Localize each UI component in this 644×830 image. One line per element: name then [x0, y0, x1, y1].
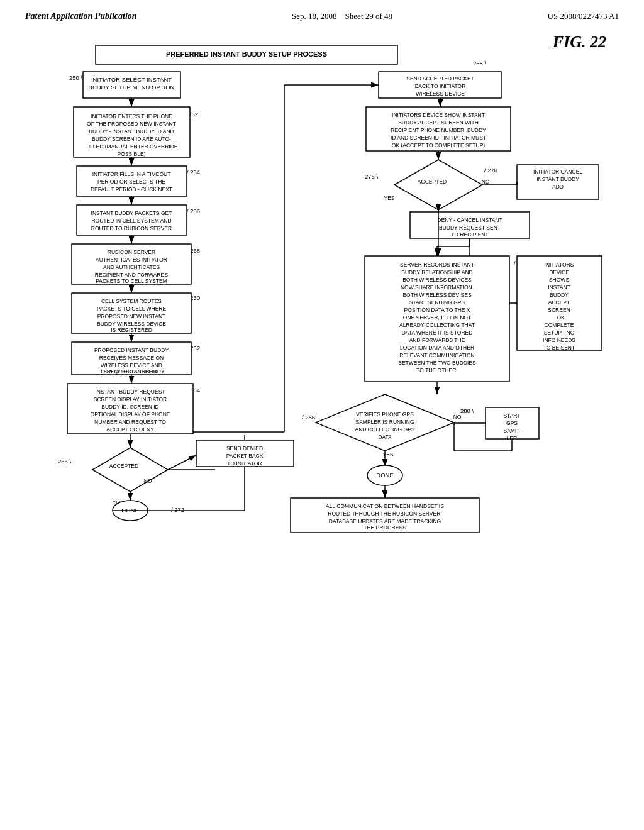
node-278a: INITIATOR CANCEL [533, 169, 582, 175]
node-282i: ALREADY COLLECTING THAT [399, 322, 475, 328]
node-274d: ID AND SCREEN ID - INITIATOR MUST [391, 135, 486, 141]
node-282n: BETWEEN THE TWO BUDDIES [398, 360, 476, 366]
ref-272: / 272 [171, 506, 184, 513]
node-284d: INSTANT [548, 284, 570, 290]
svg-marker-18 [92, 448, 168, 492]
node-final-d: THE PROGRESS [364, 524, 406, 531]
node-284b: DEVICE [549, 269, 569, 275]
node-256b: ROUTED IN CELL SYSTEM AND [91, 218, 171, 224]
node-286d: DATA [378, 434, 392, 440]
node-254a: INITIATOR FILLS IN A TIMEOUT [92, 171, 171, 177]
node-284i: COMPLETE [545, 322, 574, 328]
node-254c: DEFAULT PERIOD - CLICK NEXT [91, 186, 172, 192]
node-274c: RECIPIENT PHONE NUMBER, BUDDY [391, 127, 486, 133]
node-262a: PROPOSED INSTANT BUDDY [94, 347, 169, 353]
node-256a: INSTANT BUDDY PACKETS GET [91, 210, 172, 216]
node-272-done: DONE [121, 507, 138, 514]
node-276-yes: YES [384, 195, 394, 201]
node-258a: RUBICON SERVER [108, 249, 155, 255]
node-282a: SERVER RECORDS INSTANT [400, 262, 474, 268]
ref-268: 268 \ [473, 60, 486, 67]
node-282m: RELEVANT COMMUNICATION [399, 352, 474, 358]
node-282j: DATA WHERE IT IS STORED [402, 329, 473, 336]
node-252f: POSSIBLE) [118, 151, 146, 157]
node-270c: TO INITIATOR [227, 460, 262, 467]
node-266-accepted: ACCEPTED [109, 463, 138, 469]
node-270a: SEND DENIED [226, 445, 263, 451]
node-258e: PACKETS TO CELL SYSTEM [96, 278, 167, 284]
header-date: Sep. 18, 2008 [292, 11, 337, 21]
node-276-no: NO [482, 179, 490, 185]
node-288a: START [503, 412, 520, 419]
node-268c: WIRELESS DEVICE [416, 91, 465, 97]
node-286c: AND COLLECTING GPS [355, 426, 415, 433]
node-final-a: ALL COMMUNICATION BETWEEN HANDSET IS [326, 503, 444, 509]
ref-250: 250 \ [69, 74, 82, 81]
node-264c: BUDDY ID, SCREEN ID [101, 404, 158, 410]
header-sheet: Sheet 29 of 48 [345, 11, 392, 21]
node-288b: GPS [506, 420, 518, 426]
node-260e: IS REGISTERED [111, 327, 152, 333]
node-266-no: NO [144, 478, 152, 484]
node-274b: BUDDY ACCEPT SCREEN WITH [398, 119, 479, 126]
node-284k: INFO NEEDS [543, 337, 575, 343]
node-284l: TO BE SENT [543, 345, 575, 351]
node-268b: BACK TO INITIATOR [415, 83, 466, 89]
diagram-title: PREFERRED INSTANT BUDDY SETUP PROCESS [166, 50, 327, 58]
node-280c: TO RECIPIENT [451, 231, 488, 238]
node-282o: TO THE OTHER. [416, 367, 457, 374]
node-284j: SETUP - NO [544, 329, 575, 336]
node-254b: PERIOD OR SELECTS THE [97, 179, 165, 185]
node-282h: ONE SERVER, IF IT IS NOT [403, 314, 471, 321]
node-258b: AUTHENTICATES INITIATOR [96, 257, 167, 263]
header-publication: Patent Application Publication [25, 11, 137, 21]
node-done-2: DONE [376, 472, 393, 479]
node-264b: SCREEN DISPLAY INITIATOR [94, 396, 167, 402]
node-284g: SCREEN [548, 307, 570, 313]
header-info: Sep. 18, 2008 Sheet 29 of 48 [292, 11, 392, 21]
node-264f: ACCEPT OR DENY [106, 426, 154, 433]
svg-line-21 [168, 455, 196, 470]
node-256c: ROUTED TO RUBICON SERVER [91, 225, 172, 231]
node-282k: AND FORWARDS THE [409, 337, 465, 343]
node-280b: BUDDY REQUEST SENT [439, 224, 501, 231]
node-264d: OPTIONAL DISPLAY OF PHONE [91, 411, 170, 418]
node-260a: CELL SYSTEM ROUTES [101, 298, 162, 304]
node-252c: BUDDY - INSTANT BUDDY ID AND [89, 128, 174, 135]
node-276-accepted: ACCEPTED [418, 179, 447, 185]
node-278b: INSTANT BUDDY [536, 176, 579, 182]
node-250b: BUDDY SETUP MENU OPTION [89, 84, 175, 91]
node-final-b: ROUTED THROUGH THE RUBICON SERVER. [328, 511, 441, 517]
node-286b: SAMPLER IS RUNNING [355, 419, 414, 425]
node-258d: RECIPIENT AND FORWARDS [95, 272, 169, 278]
page-header: Patent Application Publication Sep. 18, … [0, 0, 644, 26]
ref-276: 276 \ [365, 173, 378, 180]
node-286-no: NO [453, 414, 462, 420]
node-282e: BOTH WIRELESS DEVISES [402, 292, 471, 298]
node-260c: PROPOSED NEW INSTANT [97, 313, 165, 319]
node-286a: VERIFIES PHONE GPS [356, 411, 414, 418]
node-258c: AND AUTHENTICATES [103, 264, 160, 270]
node-252a: INITIATOR ENTERS THE PHONE [91, 113, 172, 119]
node-282f: START SENDING GPS [409, 299, 465, 306]
flowchart-svg: PREFERRED INSTANT BUDDY SETUP PROCESS 25… [20, 33, 624, 800]
ref-254: / 254 [187, 169, 200, 175]
node-282g: POSITION DATA TO THE X [404, 307, 470, 313]
node-260d: BUDDY WIRELESS DEVICE [97, 321, 166, 327]
node-282b: BUDDY RELATIONSHIP AND [401, 269, 472, 275]
node-270b: PACKET BACK [226, 453, 264, 459]
node-286-yes: YES [382, 451, 393, 458]
node-252b: OF THE PROPOSED NEW INSTANT [87, 121, 176, 127]
node-250: INITIATOR SELECT INSTANT [91, 76, 172, 83]
node-274e: OK (ACCEPT TO COMPLETE SETUP) [392, 142, 485, 148]
node-288c: SAMP- [504, 428, 521, 434]
ref-278: / 278 [484, 167, 497, 174]
node-252d: BUDDY SCREEN ID ARE AUTO- [92, 136, 171, 142]
node-284e: BUDDY [550, 292, 569, 298]
figure-label: FIG. 22 [553, 33, 606, 52]
ref-286: / 286 [302, 414, 315, 421]
ref-266: 266 \ [58, 458, 71, 465]
node-284h: - OK [553, 314, 565, 321]
node-278c: ADD [552, 184, 564, 190]
node-final-c: DATABASE UPDATES ARE MADE TRACKING [329, 518, 441, 524]
